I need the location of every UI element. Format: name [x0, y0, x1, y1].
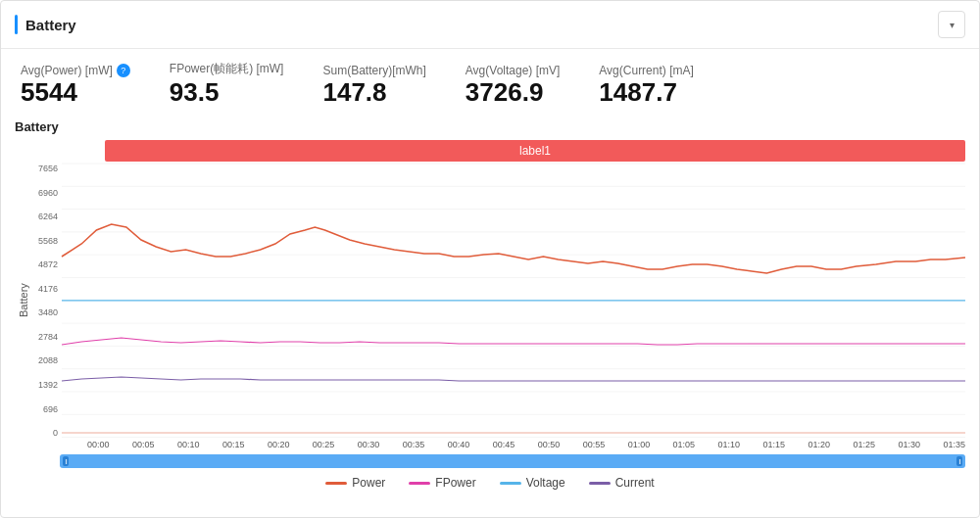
- x-tick: 00:00: [87, 440, 110, 449]
- x-tick: 00:30: [358, 440, 380, 449]
- x-tick: 01:30: [898, 440, 920, 449]
- panel-header: Battery ▾: [1, 1, 979, 49]
- legend-item: Voltage: [500, 476, 565, 490]
- y-tick: 2088: [38, 355, 58, 365]
- stat-label: Avg(Power) [mW]?: [21, 64, 130, 77]
- x-tick: 00:50: [538, 440, 561, 449]
- y-tick: 4176: [38, 284, 58, 294]
- x-tick: 01:10: [718, 440, 741, 449]
- chart-label-bar: label1: [105, 140, 965, 162]
- stat-value: 5544: [21, 77, 77, 108]
- x-tick: 00:15: [222, 440, 245, 449]
- chart-section: Battery label1 Battery 76566960626455684…: [1, 116, 979, 503]
- legend-label: Current: [615, 476, 655, 490]
- legend-color-swatch: [325, 482, 347, 485]
- legend-item: Current: [589, 476, 655, 490]
- panel-title: Battery: [25, 17, 76, 33]
- stats-row: Avg(Power) [mW]?5544FPower(帧能耗) [mW]93.5…: [1, 49, 979, 116]
- stat-item: Avg(Power) [mW]?5544: [21, 64, 130, 108]
- scrollbar-right-handle[interactable]: [956, 456, 962, 466]
- x-tick: 01:05: [673, 440, 696, 449]
- stat-label: Sum(Battery)[mWh]: [322, 64, 425, 77]
- title-accent: [15, 15, 18, 34]
- panel-dropdown-button[interactable]: ▾: [938, 11, 965, 38]
- legend-label: Power: [352, 476, 385, 490]
- legend-label: FPower: [435, 476, 475, 490]
- x-tick: 00:20: [268, 440, 290, 449]
- stat-label: Avg(Current) [mA]: [599, 64, 693, 77]
- x-tick: 00:35: [403, 440, 425, 449]
- help-icon[interactable]: ?: [117, 64, 130, 77]
- x-tick: 01:00: [628, 440, 651, 449]
- y-tick: 7656: [38, 164, 58, 173]
- y-tick: 6960: [38, 188, 58, 198]
- scrollbar-left-handle[interactable]: [63, 456, 69, 466]
- y-tick: 4872: [38, 259, 58, 269]
- y-tick: 696: [43, 404, 58, 414]
- legend-item: FPower: [409, 476, 475, 490]
- y-tick: 3480: [38, 307, 58, 317]
- x-axis-labels: 00:0000:0500:1000:1500:2000:2500:3000:35…: [87, 440, 965, 449]
- x-tick: 00:45: [493, 440, 515, 449]
- battery-panel: Battery ▾ Avg(Power) [mW]?5544FPower(帧能耗…: [0, 0, 980, 518]
- legend-color-swatch: [589, 482, 611, 485]
- x-tick: 00:40: [448, 440, 470, 449]
- scrollbar-container[interactable]: [60, 454, 965, 468]
- stat-label: Avg(Voltage) [mV]: [466, 64, 561, 77]
- x-tick: 00:05: [132, 440, 155, 449]
- y-axis-ticks: 7656696062645568487241763480278420881392…: [34, 164, 62, 438]
- chart-plot: [62, 164, 965, 438]
- x-tick: 00:10: [177, 440, 200, 449]
- legend-item: Power: [325, 476, 385, 490]
- stat-item: Avg(Voltage) [mV]3726.9: [466, 64, 561, 108]
- stat-label: FPower(帧能耗) [mW]: [170, 61, 284, 77]
- scrollbar-thumb[interactable]: [60, 454, 965, 468]
- x-tick: 00:25: [313, 440, 335, 449]
- chart-title: Battery: [15, 119, 965, 134]
- x-tick: 01:20: [808, 440, 831, 449]
- stat-item: Sum(Battery)[mWh]147.8: [322, 64, 425, 108]
- chart-svg: [62, 164, 965, 438]
- chart-area: Battery 76566960626455684872417634802784…: [15, 164, 965, 438]
- stat-value: 147.8: [322, 77, 386, 108]
- stat-item: FPower(帧能耗) [mW]93.5: [170, 61, 284, 108]
- x-axis-row: 00:0000:0500:1000:1500:2000:2500:3000:35…: [60, 440, 965, 449]
- x-tick: 01:15: [763, 440, 786, 449]
- x-tick: 00:55: [583, 440, 606, 449]
- legend-color-swatch: [409, 482, 430, 485]
- y-tick: 5568: [38, 236, 58, 246]
- legend-row: PowerFPowerVoltageCurrent: [15, 476, 965, 499]
- stat-value: 3726.9: [466, 77, 544, 108]
- legend-label: Voltage: [526, 476, 565, 490]
- y-tick: 2784: [38, 332, 58, 342]
- stat-item: Avg(Current) [mA]1487.7: [599, 64, 693, 108]
- panel-title-bar: Battery: [15, 15, 76, 34]
- y-tick: 6264: [38, 212, 58, 221]
- x-tick: 01:35: [943, 440, 965, 449]
- y-tick: 1392: [38, 380, 58, 390]
- x-tick: 01:25: [853, 440, 875, 449]
- legend-color-swatch: [500, 482, 521, 485]
- y-tick: 0: [53, 428, 58, 438]
- stat-value: 1487.7: [599, 77, 677, 108]
- stat-value: 93.5: [170, 77, 220, 108]
- y-axis-label: Battery: [15, 164, 32, 438]
